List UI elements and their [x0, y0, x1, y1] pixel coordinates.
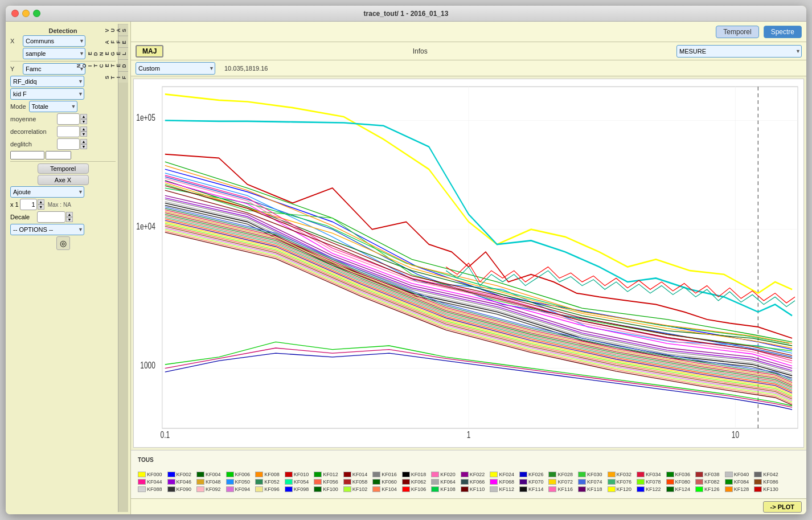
plot-button[interactable]: -> PLOT: [763, 501, 802, 513]
decorrelation-input[interactable]: 0: [57, 126, 80, 137]
legend-item[interactable]: KF126: [695, 486, 720, 492]
x-select2[interactable]: sample: [23, 48, 85, 59]
legend-item[interactable]: KF066: [461, 479, 485, 485]
custom-select[interactable]: Custom: [136, 62, 215, 75]
legend-item[interactable]: KF068: [490, 479, 514, 485]
legend-item[interactable]: KF072: [548, 479, 573, 485]
legend-item[interactable]: KF018: [402, 472, 426, 477]
tab-spectre[interactable]: Spectre: [764, 26, 802, 38]
moyenne-input[interactable]: 1: [57, 113, 80, 125]
legend-item[interactable]: KF106: [402, 486, 426, 492]
deglitch-input[interactable]: 0: [57, 138, 80, 150]
hz-min-input[interactable]: -1,00 Hz: [10, 151, 44, 159]
decale-up[interactable]: ▲: [66, 212, 73, 217]
legend-item[interactable]: KF054: [285, 479, 309, 485]
vtab-effa[interactable]: EFFA: [118, 36, 128, 48]
legend-item[interactable]: KF108: [431, 486, 456, 492]
legend-item[interactable]: KF078: [637, 479, 661, 485]
legend-item[interactable]: KF074: [578, 479, 602, 485]
legend-item[interactable]: KF090: [167, 486, 192, 492]
moyenne-up[interactable]: ▲: [80, 114, 87, 119]
legend-item[interactable]: KF094: [226, 486, 251, 492]
legend-item[interactable]: KF038: [695, 472, 720, 477]
legend-item[interactable]: KF060: [372, 479, 397, 485]
legend-item[interactable]: KF104: [372, 486, 397, 492]
legend-item[interactable]: KF026: [519, 472, 544, 477]
tab-temporel[interactable]: Temporel: [716, 26, 758, 38]
legend-item[interactable]: KF114: [519, 486, 544, 492]
legend-item[interactable]: KF082: [695, 479, 720, 485]
legend-item[interactable]: KF096: [255, 486, 280, 492]
legend-item[interactable]: KF008: [255, 472, 280, 477]
legend-item[interactable]: KF042: [754, 472, 778, 477]
legend-item[interactable]: KF022: [461, 472, 485, 477]
crosshair-button[interactable]: ◎: [56, 236, 70, 250]
x1-down[interactable]: ▼: [38, 204, 44, 210]
legend-item[interactable]: KF002: [167, 472, 192, 477]
legend-item[interactable]: KF000: [138, 472, 162, 477]
vtab-sauv[interactable]: SAUV: [118, 24, 128, 36]
legend-item[interactable]: KF088: [138, 486, 162, 492]
legend-item[interactable]: KF102: [343, 486, 368, 492]
legend-item[interactable]: KF058: [343, 479, 368, 485]
legend-item[interactable]: KF110: [461, 486, 485, 492]
decorrelation-up[interactable]: ▲: [80, 126, 87, 132]
y-select2[interactable]: RF_didq: [10, 76, 84, 87]
maj-button[interactable]: MAJ: [136, 45, 163, 58]
legend-item[interactable]: KF024: [490, 472, 514, 477]
legend-item[interactable]: KF036: [666, 472, 691, 477]
legend-item[interactable]: KF056: [314, 479, 338, 485]
legend-item[interactable]: KF130: [754, 486, 778, 492]
legend-item[interactable]: KF098: [285, 486, 309, 492]
legend-item[interactable]: KF084: [725, 479, 749, 485]
decorrelation-down[interactable]: ▼: [80, 132, 87, 137]
legend-item[interactable]: KF012: [314, 472, 338, 477]
legend-item[interactable]: KF122: [637, 486, 661, 492]
deglitch-down[interactable]: ▼: [80, 144, 87, 149]
legend-item[interactable]: KF064: [431, 479, 456, 485]
legend-item[interactable]: KF120: [608, 486, 632, 492]
decale-input[interactable]: 0,0: [37, 211, 65, 223]
legend-item[interactable]: KF006: [226, 472, 251, 477]
legend-item[interactable]: KF092: [196, 486, 221, 492]
minimize-button[interactable]: [22, 10, 30, 17]
mode-select[interactable]: Totale: [29, 101, 77, 112]
legend-item[interactable]: KF050: [226, 479, 251, 485]
legend-item[interactable]: KF124: [666, 486, 691, 492]
legend-item[interactable]: KF032: [608, 472, 632, 477]
legend-item[interactable]: KF076: [608, 479, 632, 485]
legend-item[interactable]: KF020: [431, 472, 456, 477]
x1-up[interactable]: ▲: [38, 199, 44, 204]
legend-item[interactable]: KF118: [578, 486, 602, 492]
legend-item[interactable]: KF004: [196, 472, 221, 477]
legend-item[interactable]: KF014: [343, 472, 368, 477]
vtab-fits[interactable]: FITS: [118, 71, 128, 83]
decale-down[interactable]: ▼: [66, 217, 73, 222]
moyenne-down[interactable]: ▼: [80, 119, 87, 124]
ajoute-select[interactable]: Ajoute: [10, 186, 84, 198]
y-select3[interactable]: kid F: [10, 88, 84, 100]
legend-item[interactable]: KF116: [548, 486, 573, 492]
deglitch-up[interactable]: ▲: [80, 139, 87, 144]
legend-item[interactable]: KF034: [637, 472, 661, 477]
x-select[interactable]: Communs: [23, 35, 85, 47]
vtab-detection[interactable]: DETECTION: [118, 59, 128, 71]
legend-item[interactable]: KF044: [138, 479, 162, 485]
hz-max-input[interactable]: 30 Hz: [46, 151, 71, 159]
legend-item[interactable]: KF070: [519, 479, 544, 485]
vtab-legende[interactable]: LEGENDE: [118, 47, 128, 59]
legend-item[interactable]: KF080: [666, 479, 691, 485]
legend-item[interactable]: KF010: [285, 472, 309, 477]
legend-item[interactable]: KF112: [490, 486, 514, 492]
mesure-select[interactable]: MESURE: [676, 45, 802, 58]
legend-item[interactable]: KF128: [725, 486, 749, 492]
legend-item[interactable]: KF016: [372, 472, 397, 477]
legend-item[interactable]: KF028: [548, 472, 573, 477]
legend-item[interactable]: KF040: [725, 472, 749, 477]
temporel-button[interactable]: Temporel: [38, 163, 89, 174]
options-select[interactable]: -- OPTIONS --: [10, 224, 84, 235]
legend-item[interactable]: KF100: [314, 486, 338, 492]
legend-item[interactable]: KF062: [402, 479, 426, 485]
axex-button[interactable]: Axe X: [38, 175, 89, 185]
close-button[interactable]: [11, 10, 19, 17]
